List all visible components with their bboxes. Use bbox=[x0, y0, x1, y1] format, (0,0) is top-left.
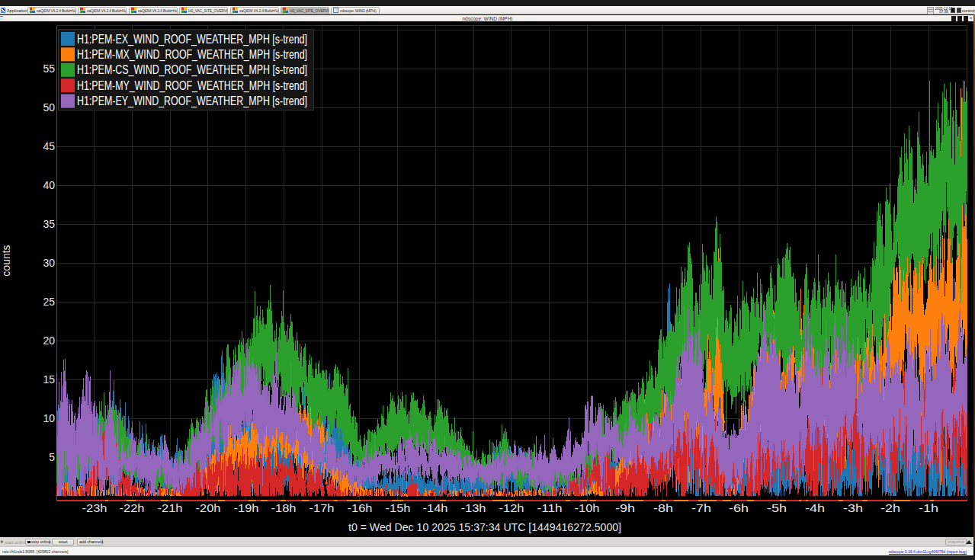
svg-text:-7h: -7h bbox=[691, 502, 711, 514]
svg-text:30: 30 bbox=[43, 257, 55, 269]
svg-text:-18h: -18h bbox=[271, 502, 297, 514]
svg-text:-3h: -3h bbox=[843, 502, 863, 514]
svg-text:25: 25 bbox=[43, 296, 55, 308]
svg-text:-16h: -16h bbox=[348, 502, 373, 514]
svg-text:-2h: -2h bbox=[880, 502, 900, 514]
svg-text:H1:PEM-EX_WIND_ROOF_WEATHER_MP: H1:PEM-EX_WIND_ROOF_WEATHER_MPH [s-trend… bbox=[77, 33, 307, 46]
svg-text:-1h: -1h bbox=[919, 502, 938, 514]
svg-text:-5h: -5h bbox=[767, 502, 787, 514]
svg-text:H1:PEM-MX_WIND_ROOF_WEATHER_MP: H1:PEM-MX_WIND_ROOF_WEATHER_MPH [s-trend… bbox=[77, 48, 307, 62]
svg-text:-15h: -15h bbox=[386, 502, 411, 514]
svg-text:H1:PEM-CS_WIND_ROOF_WEATHER_MP: H1:PEM-CS_WIND_ROOF_WEATHER_MPH [s-trend… bbox=[77, 63, 307, 77]
svg-text:-14h: -14h bbox=[423, 502, 448, 514]
svg-text:40: 40 bbox=[43, 179, 55, 191]
svg-text:10: 10 bbox=[43, 412, 55, 424]
svg-text:H1:PEM-MY_WIND_ROOF_WEATHER_MP: H1:PEM-MY_WIND_ROOF_WEATHER_MPH [s-trend… bbox=[77, 79, 307, 93]
svg-text:-23h: -23h bbox=[82, 502, 107, 514]
svg-text:15: 15 bbox=[43, 373, 55, 386]
svg-text:55: 55 bbox=[43, 62, 55, 75]
svg-text:H1:PEM-EY_WIND_ROOF_WEATHER_MP: H1:PEM-EY_WIND_ROOF_WEATHER_MPH [s-trend… bbox=[77, 94, 307, 108]
svg-text:-19h: -19h bbox=[234, 502, 259, 514]
svg-text:-8h: -8h bbox=[653, 502, 673, 514]
svg-text:-6h: -6h bbox=[729, 502, 749, 514]
svg-text:-17h: -17h bbox=[309, 502, 335, 514]
svg-text:20: 20 bbox=[43, 334, 55, 347]
svg-text:-9h: -9h bbox=[615, 502, 635, 514]
svg-text:-11h: -11h bbox=[537, 502, 563, 514]
svg-text:35: 35 bbox=[43, 218, 55, 230]
svg-text:-20h: -20h bbox=[196, 502, 221, 514]
svg-text:45: 45 bbox=[43, 140, 55, 152]
svg-text:t0 = Wed Dec 10 2025 15:37:34: t0 = Wed Dec 10 2025 15:37:34 UTC [14494… bbox=[348, 520, 621, 533]
svg-text:-21h: -21h bbox=[158, 502, 183, 514]
svg-text:-10h: -10h bbox=[575, 502, 600, 514]
svg-text:-22h: -22h bbox=[120, 502, 145, 514]
svg-text:-12h: -12h bbox=[499, 502, 524, 514]
svg-text:50: 50 bbox=[43, 101, 55, 114]
svg-text:counts: counts bbox=[0, 245, 12, 276]
svg-text:-4h: -4h bbox=[805, 502, 825, 514]
svg-text:-13h: -13h bbox=[461, 502, 486, 514]
svg-text:5: 5 bbox=[49, 451, 55, 463]
